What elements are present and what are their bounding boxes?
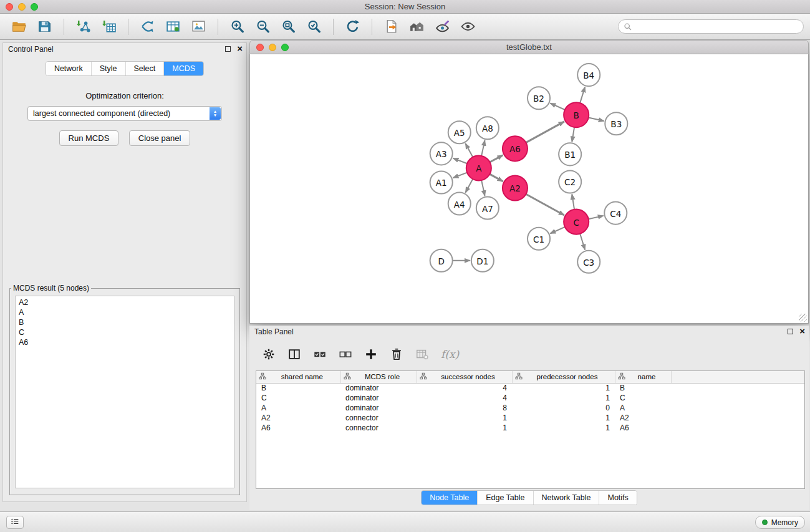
table-cell[interactable]: dominator [340, 393, 417, 403]
float-panel-icon[interactable] [225, 46, 231, 52]
close-window-button[interactable] [6, 3, 13, 11]
graph-edge-C-C1[interactable] [550, 227, 565, 234]
table-cell[interactable]: 8 [417, 403, 512, 413]
zoom-out-icon[interactable] [254, 18, 271, 35]
graph-edge-A-A8[interactable] [481, 140, 485, 156]
resize-grip[interactable] [799, 314, 807, 322]
graph-edge-C-C4[interactable] [589, 216, 604, 219]
table-cell[interactable]: 1 [417, 413, 512, 423]
table-row[interactable]: A6connector11A6 [256, 423, 804, 433]
graph-edge-A-A4[interactable] [465, 179, 473, 193]
graph-edge-B-B2[interactable] [550, 103, 565, 110]
memory-button[interactable]: Memory [755, 516, 805, 529]
table-cell[interactable]: dominator [340, 383, 417, 393]
graph-node-D1[interactable]: D1 [471, 249, 494, 272]
graph-node-A1[interactable]: A1 [430, 171, 453, 193]
table-cell[interactable]: 4 [417, 383, 512, 393]
close-table-panel-icon[interactable]: × [799, 327, 805, 335]
zoom-window-button[interactable] [31, 3, 38, 11]
table-cell[interactable]: A2 [256, 413, 340, 423]
close-panel-button[interactable]: Close panel [129, 130, 191, 146]
graph-node-A8[interactable]: A8 [476, 117, 499, 139]
save-icon[interactable] [36, 18, 53, 35]
mcds-result-item[interactable]: C [19, 327, 231, 337]
fx-icon[interactable]: f(x) [441, 348, 459, 360]
column-header-successor-nodes[interactable]: successor nodes [417, 371, 512, 383]
column-header-mcds-role[interactable]: MCDS role [340, 371, 417, 383]
graph-edge-A-A3[interactable] [453, 158, 467, 164]
import-table-icon[interactable] [100, 18, 117, 35]
tab-motifs[interactable]: Motifs [599, 491, 636, 505]
graph-edge-C-C3[interactable] [580, 234, 585, 250]
table-row[interactable]: Cdominator41C [256, 393, 804, 403]
export-network-icon[interactable] [383, 18, 400, 35]
column-header-predecessor-nodes[interactable]: predecessor nodes [512, 371, 615, 383]
graph-edge-B-B1[interactable] [572, 127, 574, 142]
graph-node-A4[interactable]: A4 [448, 193, 471, 215]
graph-node-C[interactable]: C [564, 210, 589, 235]
column-header-name[interactable]: name [615, 371, 671, 383]
overview-icon[interactable] [408, 18, 425, 35]
network-close-button[interactable] [256, 44, 264, 51]
mcds-result-list[interactable]: A2ABCA6 [15, 296, 234, 488]
import-network-icon[interactable] [75, 18, 92, 35]
paint-eye-icon[interactable] [434, 18, 451, 35]
optimization-criterion-dropdown[interactable]: largest connected component (directed) ▲… [27, 106, 222, 121]
graph-node-A5[interactable]: A5 [448, 121, 471, 143]
graph-node-C4[interactable]: C4 [604, 202, 627, 225]
tab-edge-table[interactable]: Edge Table [478, 491, 533, 505]
table-row[interactable]: Adominator80A [256, 403, 804, 413]
table-cell[interactable]: C [615, 393, 671, 403]
graph-node-D[interactable]: D [430, 249, 453, 272]
network-canvas[interactable]: B4B2BB3A5A8A6B1A3AA1C2A2A4A7C4CC1C3DD1 [249, 54, 809, 324]
graph-node-B1[interactable]: B1 [559, 143, 581, 165]
table-row[interactable]: A2connector11A2 [256, 413, 804, 423]
tab-style[interactable]: Style [92, 62, 126, 75]
table-cell[interactable]: A6 [615, 423, 671, 433]
graph-edge-A6-B[interactable] [526, 122, 564, 143]
table-cell[interactable]: 1 [512, 393, 615, 403]
graph-node-C2[interactable]: C2 [559, 170, 581, 193]
tab-mcds[interactable]: MCDS [164, 62, 203, 75]
table-cell[interactable]: A2 [615, 413, 671, 423]
table-cell[interactable]: A [256, 403, 340, 413]
zoom-selected-icon[interactable] [306, 18, 322, 35]
table-cell[interactable]: B [615, 383, 671, 393]
mcds-result-item[interactable]: A [19, 307, 231, 317]
gear-icon[interactable] [262, 347, 276, 361]
graph-node-A3[interactable]: A3 [430, 142, 453, 165]
mcds-result-item[interactable]: A6 [19, 337, 231, 347]
graph-node-A2[interactable]: A2 [503, 175, 528, 200]
zoom-fit-icon[interactable] [280, 18, 297, 35]
graph-edge-A-A6[interactable] [489, 155, 503, 162]
table-cell[interactable]: 4 [417, 393, 512, 403]
select-all-icon[interactable] [313, 347, 327, 361]
dropdown-stepper-icon[interactable]: ▲▼ [210, 107, 221, 120]
trash-icon[interactable] [390, 347, 403, 361]
columns-icon[interactable] [287, 347, 301, 361]
table-row[interactable]: Bdominator41B [256, 383, 804, 393]
graph-edge-A2-C[interactable] [526, 194, 564, 215]
graph-edge-A-A7[interactable] [481, 180, 485, 196]
minimize-window-button[interactable] [18, 3, 26, 11]
node-table-container[interactable]: shared nameMCDS rolesuccessor nodesprede… [256, 370, 805, 489]
graph-node-C1[interactable]: C1 [528, 228, 550, 250]
graph-node-A[interactable]: A [466, 155, 491, 180]
graph-node-B2[interactable]: B2 [528, 87, 550, 109]
graph-edge-C-C2[interactable] [572, 194, 574, 209]
table-cell[interactable]: C [256, 393, 340, 403]
graph-edge-B-B4[interactable] [580, 87, 585, 103]
mcds-result-item[interactable]: A2 [19, 297, 231, 307]
graph-node-C3[interactable]: C3 [577, 251, 600, 273]
deselect-all-icon[interactable] [339, 347, 352, 361]
network-table-icon[interactable] [165, 18, 181, 35]
mcds-result-item[interactable]: B [19, 317, 231, 327]
column-header-shared-name[interactable]: shared name [256, 371, 340, 383]
open-folder-icon[interactable] [11, 18, 27, 35]
close-panel-icon[interactable]: × [237, 45, 243, 52]
run-mcds-button[interactable]: Run MCDS [59, 130, 119, 146]
tab-network-table[interactable]: Network Table [534, 491, 600, 505]
graph-edge-A-A2[interactable] [489, 174, 503, 181]
table-cell[interactable]: dominator [340, 403, 417, 413]
refresh-icon[interactable] [344, 18, 361, 35]
